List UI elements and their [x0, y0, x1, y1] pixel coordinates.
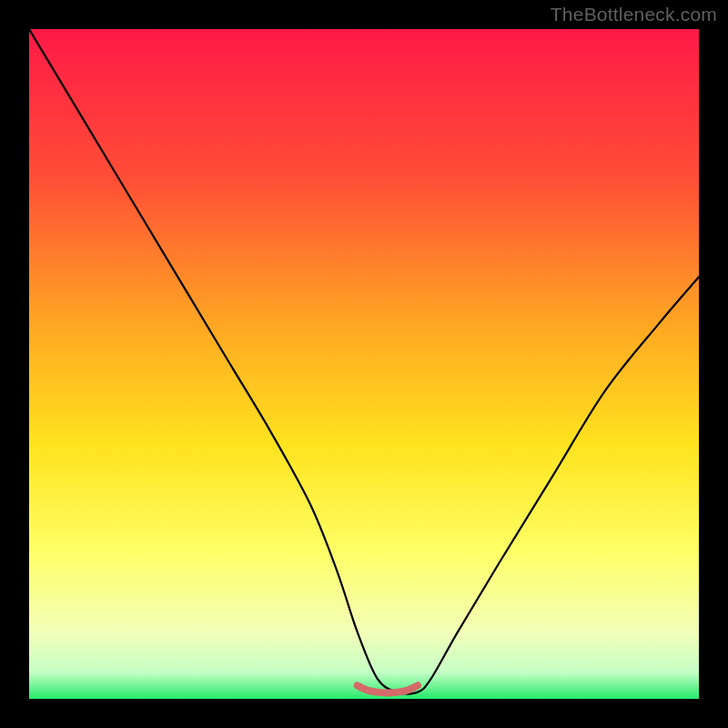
chart-frame: TheBottleneck.com [0, 0, 728, 728]
gradient-background [29, 29, 699, 699]
watermark-label: TheBottleneck.com [551, 4, 717, 25]
chart-svg [29, 29, 699, 699]
plot-area [29, 29, 699, 699]
